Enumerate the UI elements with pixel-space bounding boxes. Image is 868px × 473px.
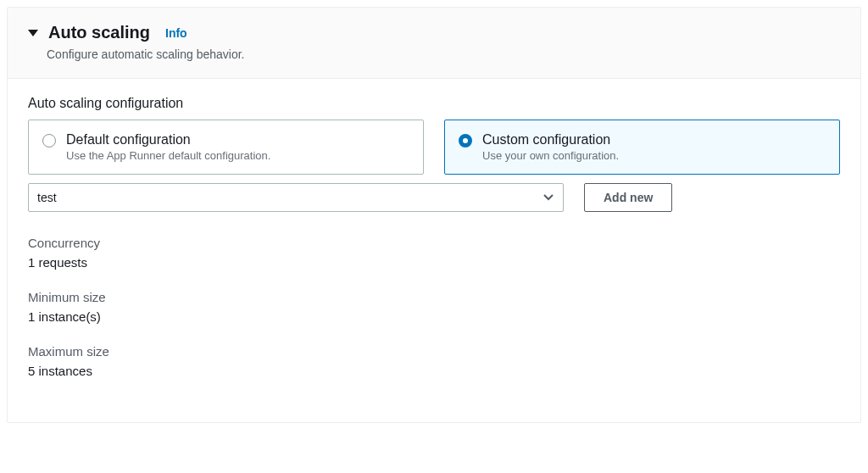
radio-desc: Use the App Runner default configuration… (66, 149, 270, 162)
radio-title: Custom configuration (482, 132, 619, 147)
config-select-input[interactable] (28, 183, 564, 212)
field-label: Concurrency (28, 236, 840, 250)
field-label: Maximum size (28, 344, 840, 359)
panel-title: Auto scaling (48, 23, 150, 42)
radio-icon (42, 134, 56, 147)
panel-body: Auto scaling configuration Default confi… (8, 79, 860, 422)
radio-text: Custom configuration Use your own config… (482, 132, 619, 162)
config-select-row: Add new (28, 183, 840, 212)
auto-scaling-panel: Auto scaling Info Configure automatic sc… (7, 7, 861, 423)
radio-icon (459, 134, 472, 147)
radio-custom-configuration[interactable]: Custom configuration Use your own config… (444, 120, 840, 175)
add-new-button[interactable]: Add new (584, 183, 672, 212)
field-value: 1 instance(s) (28, 309, 840, 324)
info-link[interactable]: Info (165, 26, 187, 40)
radio-default-configuration[interactable]: Default configuration Use the App Runner… (28, 120, 424, 175)
field-label: Minimum size (28, 290, 840, 304)
field-value: 1 requests (28, 255, 840, 270)
field-concurrency: Concurrency 1 requests (28, 236, 840, 270)
radio-desc: Use your own configuration. (482, 149, 619, 162)
radio-title: Default configuration (66, 132, 270, 147)
field-value: 5 instances (28, 364, 840, 378)
field-maximum-size: Maximum size 5 instances (28, 344, 840, 378)
field-minimum-size: Minimum size 1 instance(s) (28, 290, 840, 324)
config-radio-group: Default configuration Use the App Runner… (28, 120, 840, 175)
radio-text: Default configuration Use the App Runner… (66, 132, 270, 162)
panel-subtitle: Configure automatic scaling behavior. (47, 47, 840, 61)
panel-header: Auto scaling Info Configure automatic sc… (8, 8, 860, 79)
caret-down-icon[interactable] (28, 30, 38, 36)
config-select[interactable] (28, 183, 564, 212)
panel-header-row: Auto scaling Info (28, 23, 840, 42)
section-label: Auto scaling configuration (28, 96, 840, 111)
